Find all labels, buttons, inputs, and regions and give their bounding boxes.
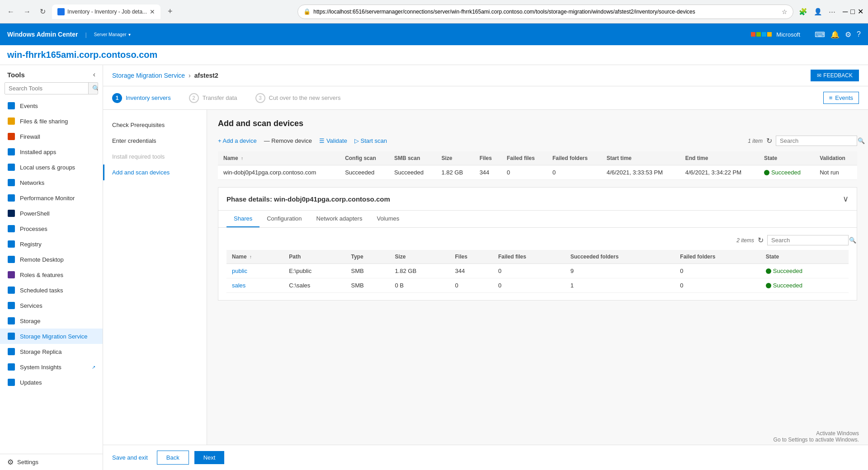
forward-button[interactable]: → bbox=[21, 6, 33, 18]
tab-volumes[interactable]: Volumes bbox=[369, 211, 406, 227]
sidebar-item-local-users-groups[interactable]: Local users & groups bbox=[0, 160, 103, 175]
share-failed-files: 0 bbox=[493, 264, 565, 278]
phase-collapse-icon[interactable]: ∨ bbox=[843, 194, 849, 204]
cell-files: 344 bbox=[474, 165, 501, 180]
add-device-button[interactable]: + Add a device bbox=[218, 137, 257, 144]
tab-network-adapters[interactable]: Network adapters bbox=[309, 211, 370, 227]
wizard-step-2[interactable]: 2 Transfer data bbox=[189, 93, 237, 103]
table-row[interactable]: win-dobj0p41pga.corp.contoso.com Succeed… bbox=[218, 165, 857, 180]
sidebar-item-label: PowerShell bbox=[20, 210, 50, 217]
sidebar-item-updates[interactable]: Updates bbox=[0, 375, 103, 390]
sidebar-collapse-button[interactable]: ‹ bbox=[93, 70, 95, 79]
wizard-step-1[interactable]: 1 Inventory servers bbox=[112, 93, 171, 103]
col-failed-folders: Failed folders bbox=[547, 151, 601, 165]
share-path: E:\public bbox=[283, 264, 345, 278]
breadcrumb-parent[interactable]: Storage Migration Service bbox=[112, 72, 185, 79]
wizard-step-3[interactable]: 3 Cut over to the new servers bbox=[255, 93, 341, 103]
share-name[interactable]: public bbox=[226, 264, 283, 278]
events-button[interactable]: ≡ Events bbox=[823, 92, 859, 104]
nav-check-prerequisites[interactable]: Check Prerequisites bbox=[103, 117, 207, 133]
new-tab-button[interactable]: + bbox=[164, 7, 176, 16]
sidebar-item-system-insights[interactable]: System Insights ↗ bbox=[0, 359, 103, 375]
tab-close-button[interactable]: ✕ bbox=[150, 8, 155, 15]
cell-start-time: 4/6/2021, 3:33:53 PM bbox=[601, 165, 680, 180]
share-failed-folders: 0 bbox=[675, 264, 760, 278]
sidebar-item-scheduled-tasks[interactable]: Scheduled tasks bbox=[0, 282, 103, 298]
next-button[interactable]: Next bbox=[194, 451, 225, 464]
item-count: 1 item bbox=[748, 138, 763, 144]
sidebar-item-firewall[interactable]: Firewall bbox=[0, 129, 103, 144]
sidebar-item-label: Storage Replica bbox=[20, 348, 62, 355]
breadcrumb-bar: Storage Migration Service › afstest2 ✉ F… bbox=[103, 65, 868, 86]
share-name[interactable]: sales bbox=[226, 278, 283, 293]
start-scan-button[interactable]: ▷ Start scan bbox=[354, 137, 387, 144]
events-icon bbox=[7, 102, 15, 110]
left-nav: Check Prerequisites Enter credentials In… bbox=[103, 110, 207, 445]
cell-config-scan: Succeeded bbox=[340, 165, 389, 180]
back-button[interactable]: ← bbox=[5, 6, 17, 18]
browser-tab[interactable]: Inventory - Inventory - Job deta... ✕ bbox=[52, 5, 160, 19]
sidebar-item-registry[interactable]: Registry bbox=[0, 236, 103, 252]
table-row[interactable]: public E:\public SMB 1.82 GB 344 0 9 0 bbox=[226, 264, 849, 278]
sidebar-item-storage-migration-service[interactable]: Storage Migration Service bbox=[0, 329, 103, 344]
phase-header[interactable]: Phase details: win-dobj0p41pga.corp.cont… bbox=[218, 188, 857, 211]
phase-details: Phase details: win-dobj0p41pga.corp.cont… bbox=[218, 187, 857, 301]
phase-search-input[interactable] bbox=[771, 237, 847, 244]
sidebar-settings[interactable]: ⚙ Settings bbox=[0, 454, 103, 470]
sidebar-item-performance-monitor[interactable]: Performance Monitor bbox=[0, 190, 103, 206]
search-tools-input[interactable] bbox=[5, 83, 88, 94]
tab-configuration[interactable]: Configuration bbox=[259, 211, 309, 227]
phase-item-count: 2 items bbox=[736, 237, 754, 244]
address-bar-input[interactable] bbox=[313, 9, 779, 15]
breadcrumb: Storage Migration Service › afstest2 bbox=[112, 72, 218, 79]
sidebar-item-powershell[interactable]: PowerShell bbox=[0, 206, 103, 221]
cell-size: 1.82 GB bbox=[436, 165, 474, 180]
help-icon[interactable]: ? bbox=[857, 30, 861, 38]
tab-shares[interactable]: Shares bbox=[226, 211, 259, 227]
refresh-devices-button[interactable]: ↻ bbox=[766, 136, 772, 145]
remove-device-button[interactable]: — Remove device bbox=[264, 137, 312, 144]
terminal-icon[interactable]: ⌨ bbox=[815, 30, 825, 39]
sidebar-item-roles-features[interactable]: Roles & features bbox=[0, 267, 103, 282]
close-button[interactable]: ✕ bbox=[858, 7, 863, 16]
phase-search-icon: 🔍 bbox=[849, 237, 856, 244]
maximize-button[interactable]: □ bbox=[850, 8, 855, 16]
sidebar-item-remote-desktop[interactable]: Remote Desktop bbox=[0, 252, 103, 267]
sidebar-item-label: Registry bbox=[20, 241, 42, 248]
sidebar-item-files-file-sharing[interactable]: Files & file sharing bbox=[0, 113, 103, 129]
refresh-phase-button[interactable]: ↻ bbox=[758, 236, 764, 244]
search-tools-button[interactable]: 🔍 bbox=[88, 83, 98, 94]
share-name-link[interactable]: public bbox=[232, 268, 247, 274]
minimize-button[interactable]: ─ bbox=[843, 8, 848, 16]
state-success: Succeeded bbox=[764, 169, 809, 176]
star-icon[interactable]: ☆ bbox=[782, 8, 788, 15]
sidebar-item-processes[interactable]: Processes bbox=[0, 221, 103, 236]
notifications-icon[interactable]: 🔔 bbox=[830, 30, 840, 39]
share-name-link[interactable]: sales bbox=[232, 282, 245, 289]
success-dot bbox=[764, 170, 769, 175]
sidebar-item-installed-apps[interactable]: Installed apps bbox=[0, 144, 103, 160]
feedback-button[interactable]: ✉ FEEDBACK bbox=[811, 70, 859, 81]
sidebar-item-storage[interactable]: Storage bbox=[0, 313, 103, 329]
nav-add-scan-devices[interactable]: Add and scan devices bbox=[103, 164, 207, 180]
sidebar-item-label: Performance Monitor bbox=[20, 195, 75, 202]
nav-enter-credentials[interactable]: Enter credentials bbox=[103, 133, 207, 149]
validate-button[interactable]: ☰ Validate bbox=[319, 137, 347, 144]
settings-icon[interactable]: ⚙ bbox=[845, 30, 851, 39]
devices-search-input[interactable] bbox=[780, 137, 856, 144]
extensions-icon[interactable]: 🧩 bbox=[797, 6, 809, 18]
server-manager-dropdown[interactable]: Server Manager ▾ bbox=[94, 32, 131, 37]
save-and-exit-label[interactable]: Save and exit bbox=[112, 454, 148, 461]
share-size: 0 B bbox=[389, 278, 449, 293]
sidebar-item-services[interactable]: Services bbox=[0, 298, 103, 313]
back-button[interactable]: Back bbox=[157, 451, 189, 465]
profile-icon[interactable]: 👤 bbox=[812, 6, 824, 18]
sidebar-item-events[interactable]: Events bbox=[0, 98, 103, 113]
sidebar-item-networks[interactable]: Networks bbox=[0, 175, 103, 190]
devices-table: Name ↑ Config scan SMB scan Size Files F… bbox=[218, 151, 857, 180]
menu-icon[interactable]: ⋯ bbox=[827, 6, 837, 18]
server-title-bar: win-fhrrk165ami.corp.contoso.com bbox=[0, 45, 868, 65]
table-row[interactable]: sales C:\sales SMB 0 B 0 0 1 0 bbox=[226, 278, 849, 293]
refresh-button[interactable]: ↻ bbox=[37, 5, 48, 18]
sidebar-item-storage-replica[interactable]: Storage Replica bbox=[0, 344, 103, 359]
